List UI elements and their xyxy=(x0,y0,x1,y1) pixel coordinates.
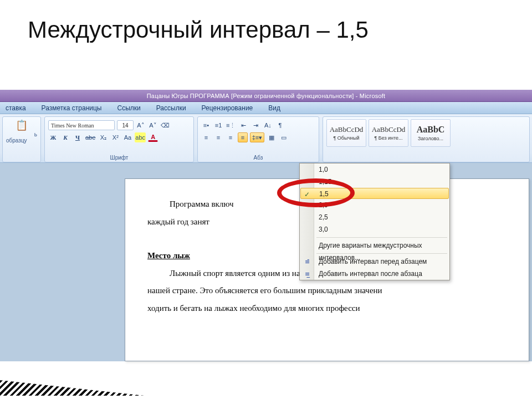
tab-review[interactable]: Рецензирование xyxy=(202,104,253,112)
shading-button[interactable]: ▦ xyxy=(267,132,277,142)
style-name: ¶ Обычный xyxy=(333,135,359,141)
spacing-more-options[interactable]: Другие варианты междустрочных интервалов… xyxy=(300,239,449,252)
space-before-icon: ≡̄ xyxy=(302,255,312,268)
sort-button[interactable]: A↓ xyxy=(263,120,273,130)
add-space-before[interactable]: ≡̄ Добавить интервал перед абзацем xyxy=(300,255,449,268)
spacing-option-1-5[interactable]: ✓ 1,5 xyxy=(300,188,449,199)
line-spacing-button[interactable]: ‡≡▾ xyxy=(250,132,264,142)
group-styles: AaBbCcDd ¶ Обычный AaBbCcDd ¶ Без инте..… xyxy=(323,116,530,162)
group-clipboard: 📋 ь образцу xyxy=(2,116,41,162)
group-paragraph-label: Абз xyxy=(198,155,319,161)
doc-heading: Место лыж xyxy=(147,251,190,260)
menu-separator xyxy=(316,237,447,238)
style-name: Заголово... xyxy=(418,136,443,141)
align-center-button[interactable]: ≡ xyxy=(213,132,223,142)
ribbon-tabstrip: ставка Разметка страницы Ссылки Рассылки… xyxy=(0,102,532,114)
style-sample: AaBbCcDd xyxy=(330,125,364,134)
indent-increase-button[interactable]: ⇥ xyxy=(250,120,260,130)
font-color-button[interactable]: A xyxy=(148,134,158,142)
grow-font-button[interactable]: A˄ xyxy=(136,120,146,130)
ribbon: 📋 ь образцу Times New Roman 14 A˄ A˅ ⌫ Ж… xyxy=(0,114,532,163)
group-paragraph: ≡• ≡1 ≡⋮ ⇤ ⇥ A↓ ¶ ≡ ≡ ≡ ≡ ‡≡▾ ▦ ▭ Абз xyxy=(197,116,319,162)
slide-title: Междустрочный интервал – 1,5 xyxy=(0,0,532,54)
spacing-option-3-0[interactable]: 3,0 xyxy=(300,223,449,236)
superscript-button[interactable]: X² xyxy=(110,132,120,142)
style-no-spacing[interactable]: AaBbCcDd ¶ Без инте... xyxy=(369,119,408,147)
style-normal[interactable]: AaBbCcDd ¶ Обычный xyxy=(326,119,366,147)
line-spacing-menu: 1,0 1,15 ✓ 1,5 2,0 2,5 3,0 Другие вариан… xyxy=(299,163,450,280)
slide-decoration xyxy=(0,380,144,396)
bullets-button[interactable]: ≡• xyxy=(201,120,211,130)
space-after-icon: ≡̲ xyxy=(302,268,312,280)
tab-mailings[interactable]: Рассылки xyxy=(156,104,186,112)
tab-page-layout[interactable]: Разметка страницы xyxy=(42,104,102,112)
add-space-after[interactable]: ≡̲ Добавить интервал после абзаца xyxy=(300,268,449,280)
align-justify-button[interactable]: ≡ xyxy=(238,132,248,142)
highlight-button[interactable]: abc xyxy=(135,132,146,142)
menu-label: Добавить интервал перед абзацем xyxy=(319,258,427,265)
doc-text: нашей стране. Это объясняется его больши… xyxy=(147,282,507,300)
align-left-button[interactable]: ≡ xyxy=(201,132,211,142)
show-marks-button[interactable]: ¶ xyxy=(275,120,285,130)
shrink-font-button[interactable]: A˅ xyxy=(148,120,158,130)
spacing-option-2-5[interactable]: 2,5 xyxy=(300,211,449,223)
spacing-option-1-15[interactable]: 1,15 xyxy=(300,176,449,188)
font-size-combo[interactable]: 14 xyxy=(117,120,134,130)
menu-label: Добавить интервал после абзаца xyxy=(319,270,422,278)
numbering-button[interactable]: ≡1 xyxy=(213,120,223,130)
underline-button[interactable]: Ч xyxy=(73,132,83,142)
borders-button[interactable]: ▭ xyxy=(279,132,289,142)
clipboard-label-2: образцу xyxy=(6,137,37,144)
word-screenshot: Пацаны Югры ПРОГРАММА [Режим ограниченно… xyxy=(0,90,532,361)
style-name: ¶ Без инте... xyxy=(374,135,402,141)
align-right-button[interactable]: ≡ xyxy=(226,132,236,142)
style-sample: AaBbCcDd xyxy=(372,125,406,134)
spacing-option-1-0[interactable]: 1,0 xyxy=(300,163,449,176)
spacing-label: 1,5 xyxy=(319,190,329,198)
group-font-label: Шрифт xyxy=(45,155,193,161)
bold-button[interactable]: Ж xyxy=(48,132,58,142)
group-font: Times New Roman 14 A˄ A˅ ⌫ Ж К Ч abe X₂ … xyxy=(44,116,194,162)
doc-text: ходить и бегать на лыжах необходимо для … xyxy=(147,300,507,318)
italic-button[interactable]: К xyxy=(60,132,70,142)
tab-view[interactable]: Вид xyxy=(268,104,280,112)
strike-button[interactable]: abe xyxy=(85,132,96,142)
style-heading1[interactable]: AaBbC Заголово... xyxy=(411,119,451,147)
multilevel-button[interactable]: ≡⋮ xyxy=(226,120,236,130)
tab-references[interactable]: Ссылки xyxy=(117,104,140,112)
style-sample: AaBbC xyxy=(417,125,445,135)
spacing-option-2-0[interactable]: 2,0 xyxy=(300,199,449,211)
tab-insert[interactable]: ставка xyxy=(6,104,26,112)
change-case-button[interactable]: Aa xyxy=(122,132,132,142)
clipboard-label-1: ь xyxy=(6,131,37,137)
subscript-button[interactable]: X₂ xyxy=(98,132,108,142)
clear-format-icon[interactable]: ⌫ xyxy=(160,120,170,130)
doc-text: Программа включ xyxy=(170,200,233,208)
check-icon: ✓ xyxy=(304,189,310,200)
window-titlebar: Пацаны Югры ПРОГРАММА [Режим ограниченно… xyxy=(0,90,532,102)
font-name-combo[interactable]: Times New Roman xyxy=(48,120,115,130)
indent-decrease-button[interactable]: ⇤ xyxy=(238,120,248,130)
